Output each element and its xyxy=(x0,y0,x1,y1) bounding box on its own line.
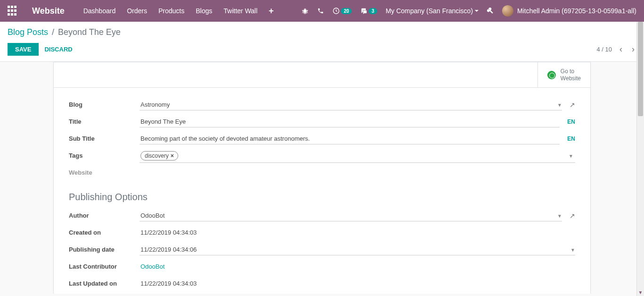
lang-badge[interactable]: EN xyxy=(567,118,575,125)
label-website: Website xyxy=(69,167,140,176)
label-publishing-date: Publishing date xyxy=(69,244,140,253)
label-last-updated-on: Last Updated on xyxy=(69,278,140,287)
tag-label: discovery xyxy=(145,152,169,159)
svg-point-0 xyxy=(304,9,307,13)
breadcrumb-parent[interactable]: Blog Posts xyxy=(8,27,48,37)
phone-icon[interactable] xyxy=(317,8,324,14)
company-name: My Company (San Francisco) xyxy=(386,7,473,15)
bug-icon[interactable] xyxy=(301,7,309,15)
avatar xyxy=(502,5,513,17)
navbar-right: 20 3 My Company (San Francisco) Mitchell… xyxy=(301,5,636,17)
menu-add-icon[interactable]: + xyxy=(269,6,274,16)
lang-badge[interactable]: EN xyxy=(567,135,575,142)
status-bar: Go to Website xyxy=(54,62,590,88)
menu-orders[interactable]: Orders xyxy=(127,7,147,15)
label-author: Author xyxy=(69,210,140,219)
menu-twitter-wall[interactable]: Twitter Wall xyxy=(223,7,257,15)
save-button[interactable]: SAVE xyxy=(8,43,39,56)
label-title: Title xyxy=(69,116,140,125)
menu-dashboard[interactable]: Dashboard xyxy=(83,7,116,15)
field-last-contributor: Last Contributor OdooBot xyxy=(69,261,575,274)
tags-input[interactable]: discovery × ▼ xyxy=(140,150,575,163)
field-subtitle: Sub Title EN xyxy=(69,133,575,146)
user-menu[interactable]: Mitchell Admin (697205-13-0-0599a1-all) xyxy=(502,5,636,17)
created-on-value: 11/22/2019 04:34:03 xyxy=(140,227,198,238)
main-navbar: Website Dashboard Orders Products Blogs … xyxy=(0,0,644,22)
control-panel: Blog Posts / Beyond The Eye SAVE DISCARD… xyxy=(0,22,644,62)
label-tags: Tags xyxy=(69,150,140,159)
scrollbar[interactable]: ▲ ▼ xyxy=(636,22,644,294)
field-publishing-date: Publishing date ▼ xyxy=(69,244,575,257)
field-created-on: Created on 11/22/2019 04:34:03 xyxy=(69,227,575,240)
last-updated-on-value: 11/22/2019 04:34:03 xyxy=(140,278,198,289)
field-last-updated-on: Last Updated on 11/22/2019 04:34:03 xyxy=(69,278,575,291)
breadcrumb: Blog Posts / Beyond The Eye xyxy=(8,27,636,37)
tag-chip: discovery × xyxy=(140,151,178,161)
scrollbar-thumb[interactable] xyxy=(638,22,643,116)
breadcrumb-current: Beyond The Eye xyxy=(58,27,121,37)
field-blog: Blog ▼ ↗ xyxy=(69,99,575,112)
field-website: Website xyxy=(69,167,575,180)
form-sheet: Go to Website Blog ▼ ↗ Title EN xyxy=(53,62,591,294)
company-switcher[interactable]: My Company (San Francisco) xyxy=(386,7,479,15)
field-tags: Tags discovery × ▼ xyxy=(69,150,575,163)
pager: 4 / 10 ‹ › xyxy=(596,44,636,54)
go-to-website-label: Go to Website xyxy=(561,68,581,82)
section-publishing-options: Publishing Options xyxy=(69,192,575,203)
label-subtitle: Sub Title xyxy=(69,133,140,142)
blog-input[interactable] xyxy=(140,99,562,110)
menu-blogs[interactable]: Blogs xyxy=(196,7,212,15)
author-input[interactable] xyxy=(140,210,562,221)
discard-button[interactable]: DISCARD xyxy=(44,46,72,53)
user-name: Mitchell Admin (697205-13-0-0599a1-all) xyxy=(517,7,636,15)
breadcrumb-separator: / xyxy=(52,27,54,37)
pager-text: 4 / 10 xyxy=(596,46,612,53)
top-menu: Dashboard Orders Products Blogs Twitter … xyxy=(83,6,274,16)
activity-badge: 20 xyxy=(341,8,352,14)
subtitle-input[interactable] xyxy=(140,133,560,144)
title-input[interactable] xyxy=(140,116,560,127)
chevron-down-icon: ▼ xyxy=(569,153,573,159)
menu-products[interactable]: Products xyxy=(158,7,184,15)
field-author: Author ▼ ↗ xyxy=(69,210,575,223)
discuss-icon[interactable]: 3 xyxy=(360,7,377,15)
debug-icon[interactable] xyxy=(487,8,494,14)
app-brand[interactable]: Website xyxy=(32,6,65,16)
scroll-down-icon[interactable]: ▼ xyxy=(637,288,644,294)
external-link-icon[interactable]: ↗ xyxy=(570,101,575,109)
tag-remove-icon[interactable]: × xyxy=(171,152,174,159)
field-title: Title EN xyxy=(69,116,575,129)
pager-prev-icon[interactable]: ‹ xyxy=(618,44,624,54)
publishing-date-input[interactable] xyxy=(140,244,575,255)
label-created-on: Created on xyxy=(69,227,140,236)
label-blog: Blog xyxy=(69,99,140,108)
external-link-icon[interactable]: ↗ xyxy=(570,212,575,220)
content-area: Go to Website Blog ▼ ↗ Title EN xyxy=(0,62,644,294)
discuss-badge: 3 xyxy=(369,8,377,14)
activity-icon[interactable]: 20 xyxy=(332,7,352,15)
last-contributor-link[interactable]: OdooBot xyxy=(140,261,165,272)
go-to-website-button[interactable]: Go to Website xyxy=(537,62,590,87)
form-body: Blog ▼ ↗ Title EN Sub Title xyxy=(54,88,590,294)
apps-icon[interactable] xyxy=(8,6,18,16)
chevron-down-icon xyxy=(475,10,479,12)
pager-next-icon[interactable]: › xyxy=(630,44,636,54)
globe-icon xyxy=(547,71,556,79)
label-last-contributor: Last Contributor xyxy=(69,261,140,270)
